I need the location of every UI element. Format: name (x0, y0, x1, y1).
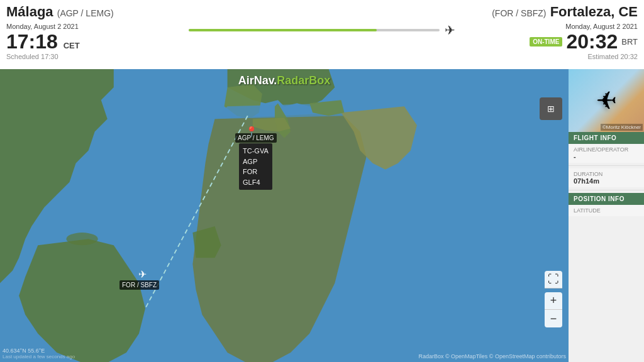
airnav-logo: AirNav.RadarBox (238, 74, 331, 87)
origin-airport-code: (AGP / LEMG) (57, 8, 114, 18)
zoom-out-button[interactable]: − (545, 310, 562, 327)
on-time-badge: ON-TIME (530, 37, 562, 47)
dest-airport-name: (FOR / SBFZ) Fortaleza, CE (492, 4, 638, 20)
zoom-in-button[interactable]: + (545, 292, 562, 310)
flight-header: Málaga (AGP / LEMG) Monday, August 2 202… (0, 0, 644, 69)
expand-button[interactable]: ⛶ (545, 271, 562, 288)
origin-timezone: CET (64, 41, 80, 50)
dest-airport-label: FOR / SBFZ (119, 280, 159, 290)
plane-photo-icon: ✈ (596, 86, 617, 115)
duration-label: DURATION (574, 171, 639, 177)
map-layers-button-container: ⊞ (540, 97, 562, 139)
origin-time: 17:18 CET (6, 31, 182, 52)
sidebar-divider-1 (569, 165, 644, 166)
position-info-title: POSITION INFO (569, 193, 644, 205)
map-area[interactable]: AirNav.RadarBox 📍 AGP / LEMG TC-GVA AGP … (0, 69, 569, 362)
progress-section: ✈ (182, 4, 462, 44)
photo-credit: ©Moritz Klöckner (601, 124, 643, 131)
dest-date: Monday, August 2 2021 (565, 23, 638, 30)
flight-info-title: FLIGHT INFO (569, 132, 644, 144)
airline-value: - (574, 153, 639, 160)
map-footer-coords: 40.634°N 55.6°E Last updated a few secon… (3, 348, 75, 359)
dest-time-row: ON-TIME 20:32 BRT (530, 31, 638, 52)
origin-scheduled: Scheduled 17:30 (6, 53, 182, 60)
dest-estimated: Estimated 20:32 (588, 53, 638, 60)
dest-plane-marker: ✈ (138, 268, 147, 280)
origin-plane-marker: 📍 (245, 126, 258, 138)
right-sidebar: ✈ ©Moritz Klöckner FLIGHT INFO AIRLINE/O… (569, 69, 644, 362)
duration-value: 07h14m (574, 177, 639, 185)
main-content: AirNav.RadarBox 📍 AGP / LEMG TC-GVA AGP … (0, 69, 644, 362)
latitude-row: LATITUDE (569, 205, 644, 216)
sidebar-divider-2 (569, 190, 644, 190)
origin-airport-name: Málaga (AGP / LEMG) (6, 4, 182, 20)
progress-bar-container: ✈ (189, 23, 455, 38)
plane-photo: ✈ ©Moritz Klöckner (569, 69, 644, 132)
progress-track (189, 29, 440, 31)
dest-airport-code: (FOR / SBFZ) (492, 8, 546, 18)
duration-row: DURATION 07h14m (569, 168, 644, 187)
latitude-label: LATITUDE (574, 207, 639, 214)
map-zoom-controls: ⛶ + − (545, 271, 562, 327)
dest-timezone: BRT (621, 37, 638, 47)
airline-row: AIRLINE/OPERATOR - (569, 144, 644, 163)
destination-section: (FOR / SBFZ) Fortaleza, CE Monday, Augus… (462, 4, 638, 60)
plane-progress-icon: ✈ (445, 23, 455, 38)
airline-label: AIRLINE/OPERATOR (574, 146, 639, 153)
map-svg (0, 69, 569, 362)
dest-time: 20:32 (566, 31, 618, 52)
flight-tooltip: TC-GVA AGP FOR GLF4 (239, 143, 272, 190)
origin-date: Monday, August 2 2021 (6, 23, 182, 30)
layers-button[interactable]: ⊞ (540, 97, 562, 120)
map-footer-attribution: RadarBox © OpenMapTiles © OpenStreetMap … (418, 353, 566, 359)
progress-fill (189, 29, 377, 31)
origin-section: Málaga (AGP / LEMG) Monday, August 2 202… (6, 4, 182, 60)
